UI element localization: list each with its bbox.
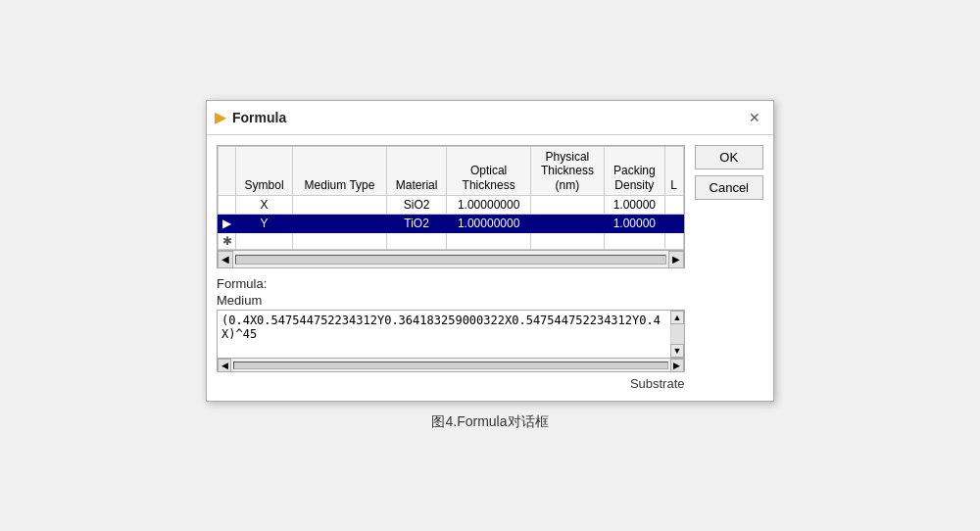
col-physical-thickness: PhysicalThickness(nm) (531, 146, 605, 195)
row-packing-3 (604, 233, 664, 250)
table-row[interactable]: X SiO2 1.00000000 1.00000 (219, 196, 684, 215)
right-section: OK Cancel (695, 145, 763, 391)
left-section: Symbol Medium Type Material OpticalThick… (217, 145, 685, 391)
row-medium-type-2 (293, 215, 387, 233)
row-arrow-2: ▶ (219, 215, 236, 233)
caption: 图4.Formula对话框 (431, 413, 548, 431)
row-medium-type-1 (293, 196, 387, 215)
row-l-2 (664, 215, 683, 233)
table-wrapper: Symbol Medium Type Material OpticalThick… (217, 145, 685, 251)
table-row[interactable]: ▶ Y TiO2 1.00000000 1.00000 (219, 215, 684, 233)
row-material-1: SiO2 (386, 196, 446, 215)
title-left: ▶ Formula (215, 108, 286, 126)
data-table: Symbol Medium Type Material OpticalThick… (218, 146, 684, 250)
col-arrow (219, 146, 236, 195)
vscroll-down-button[interactable]: ▼ (670, 344, 684, 358)
row-material-3 (386, 233, 446, 250)
dialog-title: Formula (232, 110, 286, 125)
page-wrapper: ▶ Formula ✕ Symbol Medium Type (0, 0, 980, 531)
row-symbol-1: X (236, 196, 293, 215)
row-optical-2: 1.00000000 (447, 215, 531, 233)
substrate-label: Substrate (630, 376, 685, 391)
col-medium-type: Medium Type (293, 146, 387, 195)
formula-section: Formula: Medium ▲ ▼ ◀ ▶ (217, 276, 685, 372)
formula-hscroll-left-button[interactable]: ◀ (218, 359, 231, 372)
col-material: Material (386, 146, 446, 195)
table-hscrollbar[interactable]: ◀ ▶ (217, 251, 685, 268)
row-physical-2 (531, 215, 605, 233)
row-physical-1 (531, 196, 605, 215)
row-l-1 (664, 196, 683, 215)
row-material-2: TiO2 (386, 215, 446, 233)
formula-hscrollbar[interactable]: ◀ ▶ (217, 359, 685, 372)
formula-textbox-wrapper: ▲ ▼ (217, 310, 685, 359)
row-optical-3 (447, 233, 531, 250)
row-symbol-3 (236, 233, 293, 250)
row-l-3 (664, 233, 683, 250)
close-button[interactable]: ✕ (744, 107, 765, 128)
row-arrow-1 (219, 196, 236, 215)
row-symbol-2: Y (236, 215, 293, 233)
vscroll-up-button[interactable]: ▲ (670, 311, 684, 324)
hscroll-track[interactable] (235, 255, 666, 265)
formula-textarea[interactable] (218, 311, 684, 355)
hscroll-left-button[interactable]: ◀ (218, 251, 233, 268)
col-packing-density: PackingDensity (604, 146, 664, 195)
formula-vscrollbar[interactable]: ▲ ▼ (670, 311, 684, 358)
formula-hscroll-track[interactable] (233, 362, 668, 369)
col-optical-thickness: OpticalThickness (447, 146, 531, 195)
row-physical-3 (531, 233, 605, 250)
medium-label: Medium (217, 293, 685, 308)
col-l: L (664, 146, 683, 195)
col-symbol: Symbol (236, 146, 293, 195)
row-arrow-3: ✱ (219, 233, 236, 250)
row-packing-1: 1.00000 (604, 196, 664, 215)
formula-hscroll-right-button[interactable]: ▶ (670, 359, 684, 372)
row-optical-1: 1.00000000 (447, 196, 531, 215)
row-medium-type-3 (293, 233, 387, 250)
dialog-body: Symbol Medium Type Material OpticalThick… (207, 135, 773, 401)
substrate-area: Substrate (217, 372, 685, 391)
formula-dialog: ▶ Formula ✕ Symbol Medium Type (206, 100, 774, 402)
formula-label: Formula: (217, 276, 685, 291)
hscroll-right-button[interactable]: ▶ (668, 251, 684, 268)
row-packing-2: 1.00000 (604, 215, 664, 233)
formula-icon: ▶ (215, 108, 226, 126)
cancel-button[interactable]: Cancel (695, 175, 763, 200)
dialog-titlebar: ▶ Formula ✕ (207, 101, 773, 135)
ok-button[interactable]: OK (695, 145, 763, 169)
table-row[interactable]: ✱ (219, 233, 684, 250)
